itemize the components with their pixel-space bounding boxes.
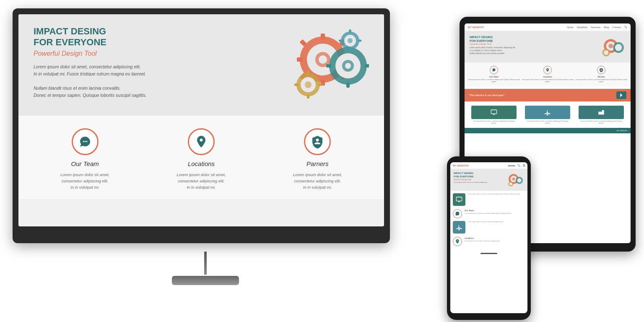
phone-hero-para: Lorem ipsum dolor sit amet, consectetur … [454,182,488,184]
phone-plane-icon [456,224,462,231]
svg-point-46 [512,178,515,181]
tablet-gears-icon [598,35,626,58]
phone-content: Lorem ipsum dolor sit amet, consectetur … [450,191,527,251]
locations-icon-circle [188,128,215,155]
monitor: IMPACT DESING FOR EVERYONE Powerful Desi… [13,8,398,302]
location-icon [195,135,208,148]
svg-rect-51 [456,197,462,201]
search-phone-icon: 🔍 [517,164,520,167]
feature-desc-locations: Lorem ipsum dolor sit amet,consectetur a… [147,171,255,191]
tablet-service-monitor: Lorem ipsum dolor sit amet, consectetur … [471,106,517,125]
tablet-monitor-desc: Lorem ipsum dolor sit amet, consectetur … [471,120,517,125]
tablet-location-icon-svg [545,68,550,72]
hero-para2: Nullam blandit risus et enim lacinia con… [34,85,147,99]
svg-rect-33 [358,40,361,42]
svg-point-15 [345,63,351,69]
phone-location-icon [453,237,462,246]
svg-rect-30 [349,29,351,33]
svg-point-50 [509,182,512,185]
svg-rect-52 [458,201,460,201]
tablet-service-factory: Lorem ipsum dolor sit amet, consectetur … [579,106,624,125]
tablet-chat-icon [490,66,498,74]
tablet-feature-team: Our Team Lorem ipsum dolor sit amet, con… [467,66,521,83]
hero-text: IMPACT DESING FOR EVERYONE Powerful Desi… [34,26,147,99]
tablet-plane-desc: Lorem ipsum dolor sit amet, consectetur … [525,120,570,125]
phone-team-row: Our Team Lorem ipsum dolor sit amet, con… [453,209,525,218]
factory-icon [598,109,605,116]
tablet-shield-icon-svg [599,68,603,72]
svg-rect-26 [318,83,322,86]
svg-rect-31 [349,49,351,52]
feature-title-locations: Locations [147,160,255,167]
phone: MY WEBSITE Home 🔍 ☰ IMPACT DESINGFOR EVE… [447,156,531,320]
tablet-nav-links: Home Portafolio Services Blog Contact 🔍 [488,26,627,29]
feature-locations: Locations Lorem ipsum dolor sit amet,con… [143,128,259,191]
tablet-factory-desc: Lorem ipsum dolor sit amet, consectetur … [579,120,624,125]
tablet-partners-title: Parners [574,75,628,78]
tablet-service-plane: Lorem ipsum dolor sit amet, consectetur … [525,106,570,125]
factory-service-icon [579,106,624,119]
tablet-banner: "The Service is our best goal" [465,89,631,101]
hero-subtitle: Powerful Design Tool [34,50,147,57]
phone-monitor-text: Lorem ipsum dolor sit amet, consectetur … [468,193,525,195]
phone-team-desc: Lorem ipsum dolor sit amet, consectetur … [465,213,525,215]
gears-illustration [277,26,369,106]
svg-rect-19 [365,64,369,68]
phone-team-title: Our Team [465,209,525,212]
partners-icon-circle [304,128,331,155]
svg-point-22 [305,81,312,88]
feature-desc-partners: Lorem ipsum dolor sit amet,consectetur a… [264,171,371,191]
phone-hero: IMPACT DESINGFOR EVERYONE Powerful Desig… [450,169,527,191]
svg-point-40 [604,50,608,55]
svg-rect-18 [326,64,331,68]
phone-hero-text: IMPACT DESINGFOR EVERYONE Powerful Desig… [454,172,488,183]
svg-point-36 [608,44,613,48]
phone-locations-text: Locations Lorem ipsum dolor sit amet, co… [465,237,525,242]
phone-plane-desc: Lorem ipsum dolor sit amet, consectetur … [468,221,525,223]
feature-title-partners: Parners [264,160,371,167]
phone-team-text: Our Team Lorem ipsum dolor sit amet, con… [465,209,525,215]
hero-title: IMPACT DESING FOR EVERYONE [34,26,147,48]
phone-section-monitor: Lorem ipsum dolor sit amet, consectetur … [453,193,525,206]
svg-rect-25 [294,83,298,86]
phone-locations-row: Locations Lorem ipsum dolor sit amet, co… [453,237,525,246]
phone-plane-icon-box [453,221,465,234]
tablet-feature-partners: Parners Lorem ipsum dolor sit amet, cons… [574,66,628,83]
monitor-icon [491,109,497,116]
svg-rect-53 [459,202,460,202]
monitor-bezel: IMPACT DESING FOR EVERYONE Powerful Desi… [13,8,390,243]
tablet-footer: MY WEBSITE [465,128,631,133]
tablet-feature-locations: Locations Lorem ipsum dolor sit amet, co… [521,66,574,83]
features-section: Our Team Lorem ipsum dolor sit amet,cons… [18,116,384,199]
phone-hero-subtitle: Powerful Design Tool [454,179,488,181]
svg-rect-32 [339,40,342,42]
svg-rect-24 [307,95,309,99]
tablet-shield-icon [597,66,605,74]
monitor-service-icon [471,106,517,119]
hero-section: IMPACT DESING FOR EVERYONE Powerful Desi… [18,14,384,116]
tablet-hero-text: IMPACT DESINGFOR EVERYONE Powerful Desig… [470,35,516,55]
tablet-locations-title: Locations [521,75,574,78]
phone-section-plane: Lorem ipsum dolor sit amet, consectetur … [453,221,525,234]
svg-point-38 [615,44,622,51]
phone-screen: MY WEBSITE Home 🔍 ☰ IMPACT DESINGFOR EVE… [450,162,527,313]
tablet-team-desc: Lorem ipsum dolor sit amet, consectetur … [467,79,521,83]
phone-bezel: MY WEBSITE Home 🔍 ☰ IMPACT DESINGFOR EVE… [447,156,531,320]
shield-icon [311,135,324,148]
feature-partners: Parners Lorem ipsum dolor sit amet,conse… [260,128,376,191]
hero-para1: Lorem ipsum dolor sit amet, consectetur … [34,63,147,78]
svg-rect-41 [491,110,496,114]
our-team-icon-circle [72,128,99,155]
phone-locations-title: Locations [465,237,525,239]
phone-plane-text: Lorem ipsum dolor sit amet, consectetur … [468,221,525,223]
svg-point-29 [348,38,353,43]
phone-home-indicator [480,253,497,254]
svg-rect-23 [307,71,309,75]
tablet-hero: IMPACT DESINGFOR EVERYONE Powerful Desig… [465,31,631,62]
scene: IMPACT DESING FOR EVERYONE Powerful Desi… [0,0,644,322]
tablet-brand: MY WEBSITE [468,26,484,29]
home-label: Home [508,164,515,167]
tablet-hero-para: Lorem ipsum dolor sit amet, consectetur … [470,47,516,55]
monitor-screen: IMPACT DESING FOR EVERYONE Powerful Desi… [18,14,384,226]
feature-our-team: Our Team Lorem ipsum dolor sit amet,cons… [27,128,143,191]
